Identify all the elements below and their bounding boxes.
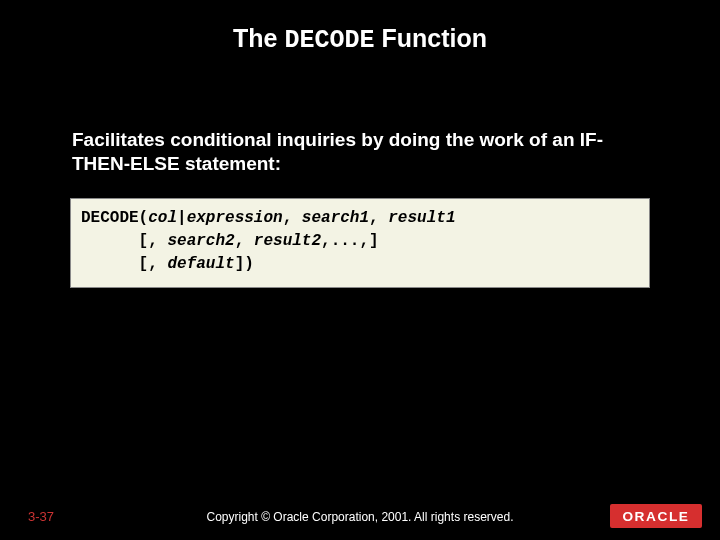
code-block: DECODE(col|expression, search1, result1 … — [70, 198, 650, 288]
code-arg-result2: result2 — [254, 232, 321, 250]
slide: The DECODE Function Facilitates conditio… — [0, 0, 720, 540]
code-arg-result1: result1 — [388, 209, 455, 227]
code-line3-close: ]) — [235, 255, 254, 273]
code-arg-default: default — [167, 255, 234, 273]
code-fn: DECODE( — [81, 209, 148, 227]
code-sep: , — [283, 209, 302, 227]
code-arg-search2: search2 — [167, 232, 234, 250]
title-prefix: The — [233, 24, 284, 52]
code-line2-close: ,...,] — [321, 232, 379, 250]
oracle-logo-text: ORACLE — [622, 509, 689, 524]
code-arg-expression: col|expression — [148, 209, 282, 227]
slide-title: The DECODE Function — [0, 24, 720, 55]
title-suffix: Function — [374, 24, 486, 52]
code-line2-open: [, — [81, 232, 167, 250]
code-line3-open: [, — [81, 255, 167, 273]
title-keyword: DECODE — [284, 26, 374, 55]
code-arg-search1: search1 — [302, 209, 369, 227]
code-sep: , — [369, 209, 388, 227]
oracle-logo: ORACLE — [610, 504, 702, 528]
code-sep: , — [235, 232, 254, 250]
slide-description: Facilitates conditional inquiries by doi… — [72, 128, 648, 176]
